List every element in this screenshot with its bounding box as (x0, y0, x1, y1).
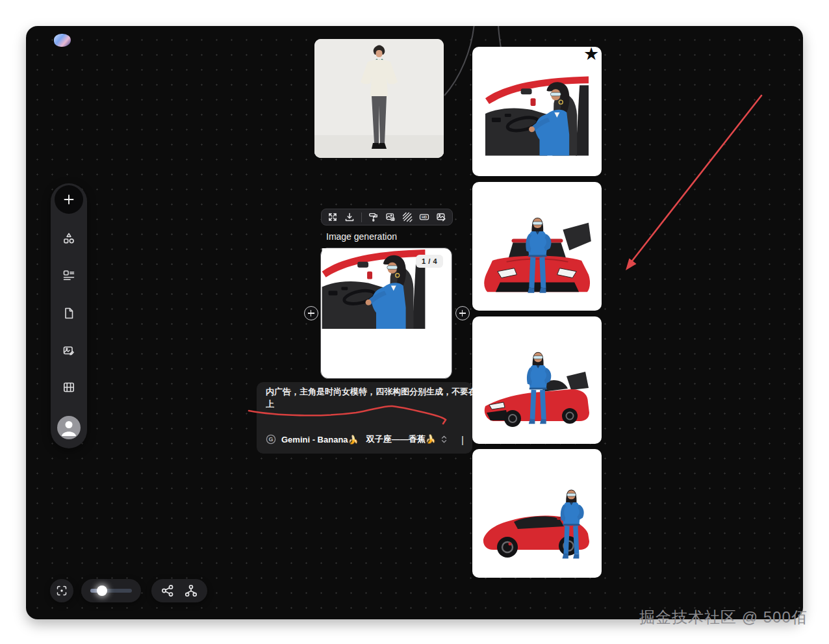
result-card-1[interactable] (472, 47, 602, 176)
share-network-icon (161, 584, 174, 597)
download-icon[interactable] (344, 212, 355, 222)
paint-roller-icon[interactable] (368, 212, 379, 222)
node-port-right[interactable] (455, 306, 470, 320)
workspace-logo (54, 34, 71, 47)
result-image-1 (485, 75, 589, 156)
workflow-button[interactable] (185, 584, 198, 597)
fashion-model-image (314, 39, 444, 158)
node-port-left[interactable] (304, 306, 318, 320)
infinite-canvas[interactable]: 内广告，主角是时尚女模特，四张构图分别生成，不要在一张 上 G Gemini -… (26, 26, 803, 619)
zoom-slider[interactable] (81, 579, 141, 602)
image-edit-icon[interactable] (436, 212, 446, 222)
model-select-chevrons-icon[interactable] (441, 435, 447, 443)
result-card-2[interactable] (472, 182, 602, 311)
video-icon[interactable] (62, 381, 75, 394)
model-provider-icon: G (266, 434, 276, 444)
text-cursor: | (461, 434, 464, 445)
account-avatar[interactable] (57, 416, 81, 439)
watermark: 掘金技术社区 @ 500佰 (639, 607, 808, 628)
stripes-icon[interactable] (402, 212, 413, 222)
result-image-4 (480, 478, 594, 572)
node-title: Image generation (326, 231, 397, 242)
hd-badge-icon[interactable]: HD (419, 212, 429, 222)
svg-text:G: G (268, 436, 273, 443)
result-card-4[interactable] (472, 449, 602, 578)
result-card-3[interactable] (472, 316, 602, 444)
node-toolbar[interactable]: HD (321, 209, 453, 225)
image-counter-badge[interactable]: 1 / 4 (416, 255, 443, 268)
prompt-text-line1[interactable]: 内广告，主角是时尚女模特，四张构图分别生成，不要在一张 (266, 385, 472, 398)
document-icon[interactable] (62, 307, 75, 320)
image-edit-sidebar-icon[interactable] (62, 344, 75, 357)
tools-sidebar[interactable] (51, 183, 87, 448)
model-alias: 双子座——香蕉🍌 (366, 433, 436, 445)
add-node-button[interactable] (55, 185, 83, 214)
fit-view-button[interactable] (50, 579, 73, 602)
red-arrow-line (631, 96, 761, 263)
model-selector[interactable]: G Gemini - Banana🍌 双子座——香蕉🍌 | (266, 433, 464, 445)
fit-view-icon (56, 585, 68, 597)
result-image-2 (481, 211, 593, 303)
model-name: Gemini - Banana🍌 (281, 435, 359, 444)
prompt-node[interactable]: 内广告，主角是时尚女模特，四张构图分别生成，不要在一张 上 G Gemini -… (257, 382, 472, 454)
red-arrow-head (626, 259, 637, 271)
share-network-button[interactable] (161, 584, 174, 597)
generated-image-preview (321, 248, 426, 329)
plus-icon (62, 193, 75, 206)
zoom-slider-knob[interactable] (97, 586, 107, 596)
workflow-icon (185, 584, 198, 597)
image-replace-icon[interactable] (385, 212, 396, 222)
generation-node-card[interactable]: 1 / 4 (320, 248, 452, 379)
prompt-text-line2[interactable]: 上 (266, 398, 472, 410)
result-image-3 (480, 342, 594, 437)
favorite-star-icon[interactable]: ★ (583, 45, 599, 63)
layout-icon[interactable] (62, 269, 75, 282)
person-icon (57, 416, 81, 439)
graph-tools-pill[interactable] (151, 579, 207, 602)
source-image-card[interactable] (314, 39, 444, 158)
toolbar-divider (361, 213, 362, 222)
svg-text:HD: HD (422, 215, 427, 219)
expand-icon[interactable] (327, 212, 338, 222)
shapes-icon[interactable] (62, 232, 75, 245)
